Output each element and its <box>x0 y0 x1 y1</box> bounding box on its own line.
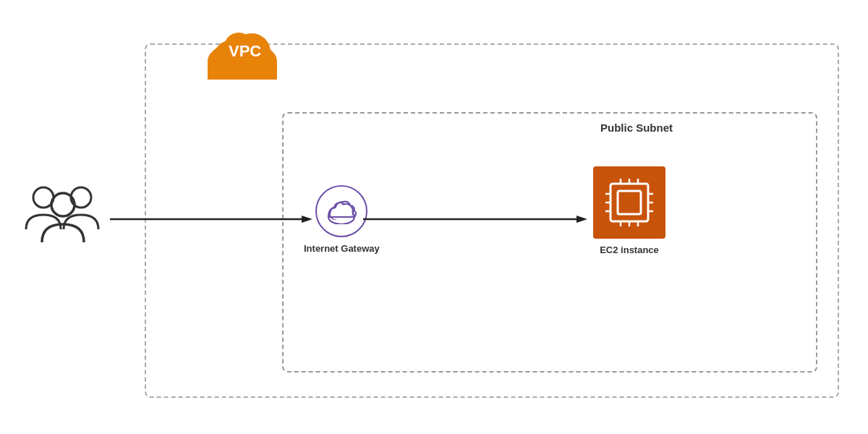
ec2-icon <box>593 166 665 239</box>
diagram-canvas: VPC Public Subnet <box>0 0 868 434</box>
svg-rect-21 <box>618 191 641 214</box>
ec2-instance: EC2 instance <box>593 166 665 255</box>
svg-rect-20 <box>610 184 648 221</box>
arrow-gateway-to-ec2 <box>363 214 587 224</box>
internet-gateway-icon <box>315 185 367 237</box>
svg-rect-4 <box>208 64 277 80</box>
svg-marker-19 <box>576 216 587 223</box>
users-icon <box>22 177 109 252</box>
arrow-users-to-gateway <box>110 214 312 224</box>
internet-gateway-label: Internet Gateway <box>304 243 380 254</box>
vpc-label: VPC <box>229 42 261 61</box>
subnet-label: Public Subnet <box>600 122 673 134</box>
svg-point-7 <box>51 193 75 216</box>
ec2-label: EC2 instance <box>600 244 659 255</box>
